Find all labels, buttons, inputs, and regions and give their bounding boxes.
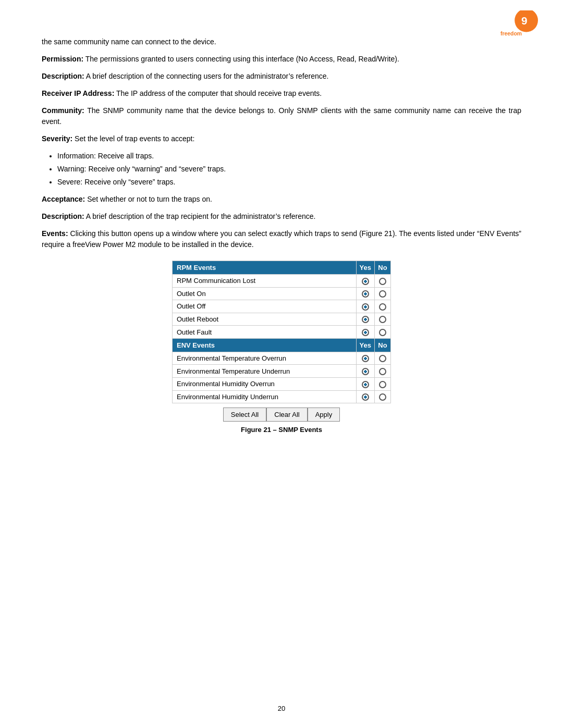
radio-empty-icon [379, 316, 386, 323]
table-row: Environmental Temperature Underrun [173, 365, 391, 378]
paragraph-severity: Severity: Set the level of trap events t… [42, 133, 521, 144]
acceptance-text: Set whether or not to turn the traps on. [85, 195, 212, 203]
rpm-row-2-yes[interactable] [356, 287, 374, 300]
bullet-information: Information: Receive all traps. [57, 151, 521, 162]
svg-text:freedom: freedom [500, 31, 522, 36]
table-row: Outlet Off [173, 300, 391, 313]
env-row-4-no[interactable] [375, 390, 391, 403]
rpm-row-2-name: Outlet On [173, 287, 357, 300]
env-row-3-no[interactable] [375, 377, 391, 390]
table-row: RPM Communication Lost [173, 275, 391, 288]
radio-filled-icon [362, 368, 369, 375]
radio-empty-icon [379, 329, 386, 336]
env-row-2-no[interactable] [375, 365, 391, 378]
action-buttons-row: Select All Clear All Apply [223, 408, 340, 422]
page-number: 20 [278, 705, 285, 712]
radio-filled-icon [362, 381, 369, 388]
rpm-row-1-yes[interactable] [356, 275, 374, 288]
table-row: Outlet On [173, 287, 391, 300]
bullet-warning: Warning: Receive only “warning” and “sev… [57, 164, 521, 175]
env-no-label: No [375, 338, 391, 352]
radio-filled-icon [362, 290, 369, 298]
rpm-header-row: RPM Events Yes No [173, 261, 391, 275]
receiver-ip-label: Receiver IP Address: [42, 89, 114, 97]
radio-filled-icon [362, 316, 369, 323]
rpm-no-label: No [375, 261, 391, 275]
clear-all-button[interactable]: Clear All [266, 408, 307, 422]
select-all-button[interactable]: Select All [223, 408, 266, 422]
radio-empty-icon [379, 393, 386, 401]
radio-empty-icon [379, 303, 386, 311]
receiver-ip-text: The IP address of the computer that shou… [114, 89, 322, 97]
radio-empty-icon [379, 278, 386, 285]
radio-filled-icon [362, 278, 369, 285]
paragraph-community: Community: The SNMP community name that … [42, 105, 521, 127]
table-row: Outlet Reboot [173, 313, 391, 326]
rpm-row-5-name: Outlet Fault [173, 326, 357, 339]
radio-empty-icon [379, 368, 386, 375]
paragraph-receiver-ip: Receiver IP Address: The IP address of t… [42, 88, 521, 99]
rpm-row-4-name: Outlet Reboot [173, 313, 357, 326]
rpm-section-label: RPM Events [173, 261, 357, 275]
table-row: Environmental Temperature Overrun [173, 352, 391, 365]
env-row-3-name: Environmental Humidity Overrun [173, 377, 357, 390]
env-row-2-yes[interactable] [356, 365, 374, 378]
radio-empty-icon [379, 381, 386, 388]
radio-filled-icon [362, 355, 369, 362]
env-section-label: ENV Events [173, 338, 357, 352]
rpm-row-4-no[interactable] [375, 313, 391, 326]
community-text: The SNMP community name that the device … [42, 106, 521, 126]
env-yes-label: Yes [356, 338, 374, 352]
acceptance-label: Acceptance: [42, 195, 85, 203]
table-row: Outlet Fault [173, 326, 391, 339]
community-label: Community: [42, 106, 84, 115]
description2-text: A brief description of the trap recipien… [84, 212, 316, 220]
svg-text:9: 9 [521, 15, 528, 27]
permission-text: The permissions granted to users connect… [83, 55, 399, 63]
paragraph-community-connect: the same community name can connect to t… [42, 36, 521, 47]
logo-area: 9 freedom ™ [500, 10, 542, 41]
rpm-row-4-yes[interactable] [356, 313, 374, 326]
severity-text: Set the level of trap events to accept: [72, 134, 194, 143]
table-row: Environmental Humidity Overrun [173, 377, 391, 390]
svg-text:™: ™ [531, 13, 534, 16]
events-table: RPM Events Yes No RPM Communication Lost… [172, 261, 391, 403]
radio-empty-icon [379, 290, 386, 298]
env-header-row: ENV Events Yes No [173, 338, 391, 352]
permission-label: Permission: [42, 55, 83, 63]
rpm-row-3-yes[interactable] [356, 300, 374, 313]
radio-filled-icon [362, 303, 369, 311]
bullet-severe: Severe: Receive only “severe” traps. [57, 177, 521, 188]
rpm-row-5-yes[interactable] [356, 326, 374, 339]
radio-empty-icon [379, 355, 386, 362]
env-row-4-yes[interactable] [356, 390, 374, 403]
env-row-3-yes[interactable] [356, 377, 374, 390]
env-row-1-no[interactable] [375, 352, 391, 365]
severity-label: Severity: [42, 134, 72, 143]
paragraph-description2: Description: A brief description of the … [42, 211, 521, 222]
rpm-row-1-no[interactable] [375, 275, 391, 288]
radio-filled-icon [362, 393, 369, 401]
page-container: 9 freedom ™ the same community name can … [0, 0, 563, 728]
env-row-1-yes[interactable] [356, 352, 374, 365]
table-row: Environmental Humidity Underrun [173, 390, 391, 403]
events-text: Clicking this button opens up a window w… [42, 229, 521, 249]
rpm-row-3-no[interactable] [375, 300, 391, 313]
description2-label: Description: [42, 212, 84, 220]
env-row-1-name: Environmental Temperature Overrun [173, 352, 357, 365]
apply-button[interactable]: Apply [308, 408, 340, 422]
env-row-2-name: Environmental Temperature Underrun [173, 365, 357, 378]
events-table-wrapper: RPM Events Yes No RPM Communication Lost… [42, 261, 521, 444]
rpm-row-5-no[interactable] [375, 326, 391, 339]
main-content: the same community name can connect to t… [42, 36, 521, 444]
figure-caption-text: Figure 21 – SNMP Events [241, 426, 322, 434]
freedom9-logo: 9 freedom ™ [500, 10, 542, 39]
paragraph-events: Events: Clicking this button opens up a … [42, 228, 521, 250]
rpm-yes-label: Yes [356, 261, 374, 275]
paragraph-acceptance: Acceptance: Set whether or not to turn t… [42, 194, 521, 205]
env-row-4-name: Environmental Humidity Underrun [173, 390, 357, 403]
description1-label: Description: [42, 72, 84, 80]
paragraph-permission: Permission: The permissions granted to u… [42, 54, 521, 65]
rpm-row-2-no[interactable] [375, 287, 391, 300]
rpm-row-1-name: RPM Communication Lost [173, 275, 357, 288]
